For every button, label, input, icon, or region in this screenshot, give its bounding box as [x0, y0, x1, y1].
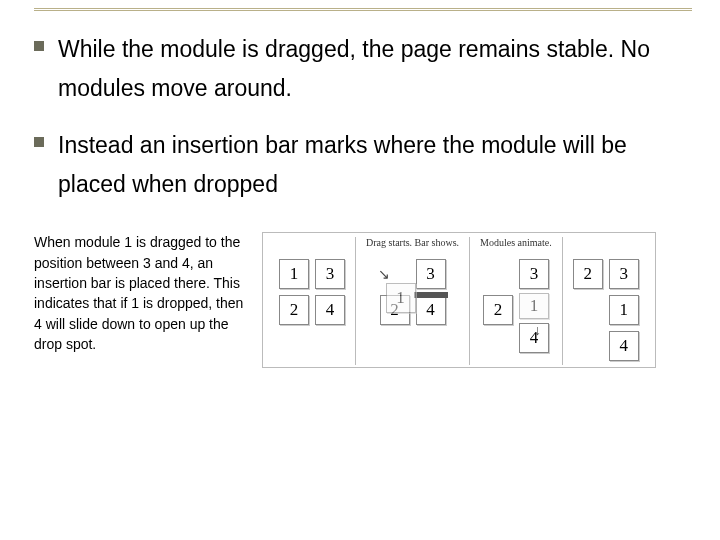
col-label: Modules animate.	[480, 237, 552, 257]
tile: 4	[609, 331, 639, 361]
right-stack: 3 1 4	[609, 259, 639, 361]
tile-grid: 1 3 2 4	[279, 259, 345, 325]
bullet-text: Instead an insertion bar marks where the…	[58, 126, 692, 204]
left-stack: 2	[573, 259, 603, 361]
tile: 2	[483, 295, 513, 325]
tile: 3	[609, 259, 639, 289]
diagram-col-1: 1 3 2 4	[269, 237, 355, 365]
col-label: Drag starts. Bar shows.	[366, 237, 459, 257]
slide-top-rule	[34, 8, 692, 11]
tile: 2	[279, 295, 309, 325]
tile: 1	[519, 293, 549, 319]
tile: 2	[573, 259, 603, 289]
col-body: 2 3 4 ↘ 1	[380, 259, 446, 325]
square-bullet-icon	[34, 137, 44, 147]
diagram-col-3: Modules animate. 2 3 1 4 ↓	[469, 237, 562, 365]
bullet-text: While the module is dragged, the page re…	[58, 30, 692, 108]
bullet-item: While the module is dragged, the page re…	[34, 30, 692, 108]
square-bullet-icon	[34, 41, 44, 51]
col-body: 2 3 1 4	[573, 259, 639, 361]
tile: 3	[315, 259, 345, 289]
tile: 4	[416, 295, 446, 325]
col-body: 2 3 1 4 ↓	[483, 259, 549, 353]
slide-content: While the module is dragged, the page re…	[34, 18, 692, 368]
tile: 3	[416, 259, 446, 289]
diagram-col-4: 2 3 1 4	[562, 237, 649, 365]
right-stack: 3 1 4	[519, 259, 549, 353]
arrow-icon: ↓	[534, 323, 541, 337]
figure-caption: When module 1 is dragged to the position…	[34, 232, 244, 354]
lower-row: When module 1 is dragged to the position…	[34, 232, 692, 368]
diagram-col-2: Drag starts. Bar shows. 2 3 4 ↘ 1	[355, 237, 469, 365]
left-stack: 2	[483, 259, 513, 353]
diagram: 1 3 2 4 Drag starts. Bar shows. 2 3 4	[262, 232, 656, 368]
right-stack: 3 4	[416, 259, 446, 325]
dragged-tile: 1	[386, 283, 416, 313]
tile: 1	[279, 259, 309, 289]
insertion-bar	[414, 292, 448, 298]
tile: 3	[519, 259, 549, 289]
arrow-icon: ↘	[378, 267, 390, 281]
tile: 1	[609, 295, 639, 325]
bullet-item: Instead an insertion bar marks where the…	[34, 126, 692, 204]
tile: 4	[315, 295, 345, 325]
